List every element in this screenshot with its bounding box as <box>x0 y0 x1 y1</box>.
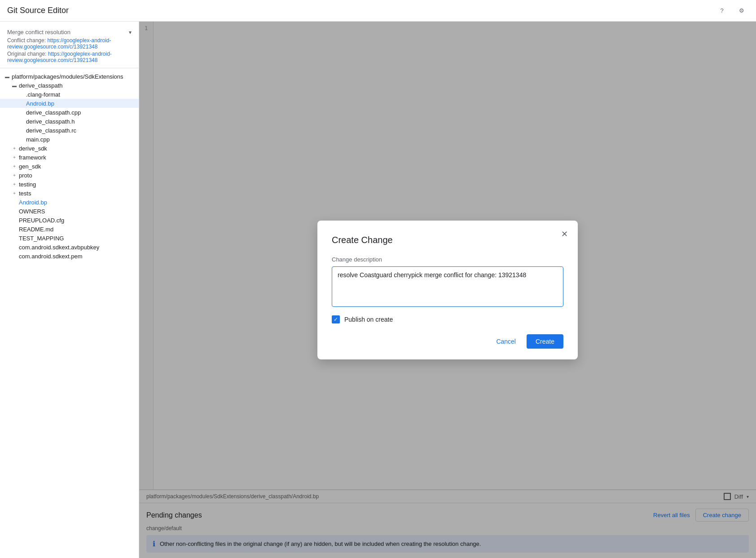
top-bar-icons: ? ⚙ <box>715 4 749 18</box>
testing-expand-icon: ＋ <box>11 181 18 188</box>
sidebar: Merge conflict resolution ▾ Conflict cha… <box>0 22 139 558</box>
tree-item-pem[interactable]: com.android.sdkext.pem <box>0 252 139 261</box>
testing-label: testing <box>19 181 135 188</box>
tree-item-derive-classpath-h[interactable]: derive_classpath.h <box>0 117 139 126</box>
modal-close-button[interactable]: ✕ <box>558 228 571 240</box>
tree-root[interactable]: ▬ platform/packages/modules/SdkExtension… <box>0 72 139 81</box>
readme-label: README.md <box>19 226 135 233</box>
framework-expand-icon: ＋ <box>11 154 18 161</box>
android-bp-root-label: Android.bp <box>19 199 135 206</box>
content-area: 1 platform/packages/modules/SdkExtension… <box>139 22 756 558</box>
tree-item-derive-classpath-cpp[interactable]: derive_classpath.cpp <box>0 108 139 117</box>
create-change-modal: ✕ Create Change Change description resol… <box>317 221 578 359</box>
android-bp-root-icon <box>11 199 18 206</box>
owners-icon <box>11 208 18 215</box>
main-cpp-label: main.cpp <box>26 136 135 143</box>
root-expand-icon: ▬ <box>4 73 11 80</box>
tree-item-clang-format[interactable]: .clang-format <box>0 90 139 99</box>
proto-expand-icon: ＋ <box>11 172 18 179</box>
main-layout: Merge conflict resolution ▾ Conflict cha… <box>0 22 756 558</box>
tree-item-framework[interactable]: ＋ framework <box>0 153 139 162</box>
proto-label: proto <box>19 172 135 179</box>
conflict-section: Merge conflict resolution ▾ Conflict cha… <box>0 25 139 68</box>
preupload-icon <box>11 217 18 224</box>
gen-sdk-label: gen_sdk <box>19 163 135 170</box>
derive-classpath-expand-icon: ▬ <box>11 82 18 89</box>
original-change-label: Original change: <box>7 51 46 57</box>
pem-icon <box>11 252 18 260</box>
tree-item-android-bp-active[interactable]: Android.bp <box>0 99 139 108</box>
top-bar: Git Source Editor ? ⚙ <box>0 0 756 22</box>
cpp-icon <box>18 109 25 116</box>
owners-label: OWNERS <box>19 208 135 215</box>
tree-item-preupload[interactable]: PREUPLOAD.cfg <box>0 216 139 225</box>
help-icon[interactable]: ? <box>715 4 729 18</box>
test-mapping-label: TEST_MAPPING <box>19 235 135 242</box>
tree-item-android-bp-root[interactable]: Android.bp <box>0 198 139 207</box>
gen-sdk-expand-icon: ＋ <box>11 163 18 170</box>
clang-format-icon <box>18 91 25 98</box>
tree-item-readme[interactable]: README.md <box>0 225 139 234</box>
derive-classpath-label: derive_classpath <box>19 82 135 89</box>
conflict-title-text: Merge conflict resolution <box>7 29 70 35</box>
modal-description-input[interactable]: resolve Coastguard cherrypick merge conf… <box>332 266 563 307</box>
modal-create-button[interactable]: Create <box>527 334 563 349</box>
modal-actions: Cancel Create <box>332 334 563 349</box>
settings-icon[interactable]: ⚙ <box>734 4 749 18</box>
rc-icon <box>18 127 25 134</box>
h-icon <box>18 118 25 125</box>
modal-description-label: Change description <box>332 256 563 263</box>
clang-format-label: .clang-format <box>26 91 135 98</box>
h-label: derive_classpath.h <box>26 118 135 125</box>
original-change-row: Original change: https://googleplex-andr… <box>7 51 132 63</box>
tree-item-derive-classpath-rc[interactable]: derive_classpath.rc <box>0 126 139 135</box>
android-bp-label: Android.bp <box>26 100 135 107</box>
cpp-label: derive_classpath.cpp <box>26 109 135 116</box>
modal-publish-row: ✓ Publish on create <box>332 315 563 323</box>
publish-label: Publish on create <box>344 316 393 323</box>
android-bp-icon <box>18 100 25 107</box>
tree-item-owners[interactable]: OWNERS <box>0 207 139 216</box>
modal-overlay: ✕ Create Change Change description resol… <box>139 22 756 558</box>
checkbox-check-icon: ✓ <box>334 316 338 323</box>
tree-item-testing[interactable]: ＋ testing <box>0 180 139 189</box>
app-title: Git Source Editor <box>7 6 69 15</box>
main-cpp-icon <box>18 136 25 143</box>
avbpubkey-label: com.android.sdkext.avbpubkey <box>19 244 135 251</box>
pem-label: com.android.sdkext.pem <box>19 253 135 260</box>
publish-checkbox[interactable]: ✓ <box>332 315 340 323</box>
conflict-title: Merge conflict resolution ▾ <box>7 29 132 35</box>
conflict-change-row: Conflict change: https://googleplex-andr… <box>7 37 132 50</box>
tree-item-test-mapping[interactable]: TEST_MAPPING <box>0 234 139 243</box>
tree-item-tests[interactable]: ＋ tests <box>0 189 139 198</box>
readme-icon <box>11 226 18 233</box>
tree-item-derive-sdk[interactable]: ＋ derive_sdk <box>0 144 139 153</box>
rc-label: derive_classpath.rc <box>26 127 135 134</box>
test-mapping-icon <box>11 235 18 242</box>
tree-item-main-cpp[interactable]: main.cpp <box>0 135 139 144</box>
tree-item-avbpubkey[interactable]: com.android.sdkext.avbpubkey <box>0 243 139 252</box>
file-tree: ▬ platform/packages/modules/SdkExtension… <box>0 70 139 262</box>
conflict-dropdown-icon[interactable]: ▾ <box>129 29 132 35</box>
derive-sdk-label: derive_sdk <box>19 145 135 152</box>
root-label: platform/packages/modules/SdkExtensions <box>12 73 135 80</box>
conflict-change-label: Conflict change: <box>7 37 46 44</box>
avbpubkey-icon <box>11 244 18 251</box>
preupload-label: PREUPLOAD.cfg <box>19 217 135 224</box>
tree-item-derive-classpath[interactable]: ▬ derive_classpath <box>0 81 139 90</box>
framework-label: framework <box>19 154 135 161</box>
modal-title: Create Change <box>332 235 563 245</box>
modal-cancel-button[interactable]: Cancel <box>489 334 523 349</box>
tests-label: tests <box>19 190 135 197</box>
tree-item-gen-sdk[interactable]: ＋ gen_sdk <box>0 162 139 171</box>
tests-expand-icon: ＋ <box>11 190 18 197</box>
tree-item-proto[interactable]: ＋ proto <box>0 171 139 180</box>
derive-sdk-expand-icon: ＋ <box>11 145 18 152</box>
